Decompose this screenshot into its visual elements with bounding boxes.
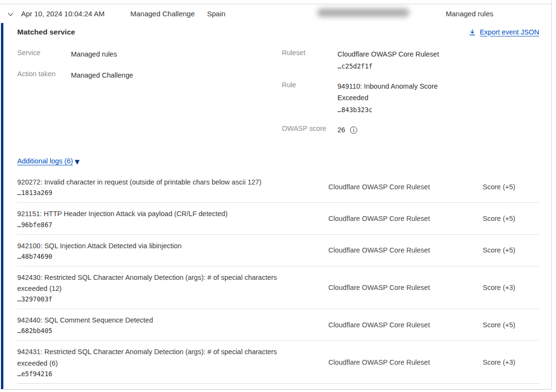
log-ruleset: Cloudflare OWASP Core Ruleset bbox=[328, 215, 451, 222]
ruleset-name: Cloudflare OWASP Core Ruleset bbox=[337, 49, 439, 60]
matched-service-title: Matched service bbox=[17, 28, 75, 36]
log-row: 921151: HTTP Header Injection Attack via… bbox=[17, 203, 539, 234]
owasp-score-label: OWASP score bbox=[282, 125, 337, 136]
log-rule-id: …48b74690 bbox=[17, 253, 313, 260]
service-value: Managed rules bbox=[71, 49, 117, 60]
event-action: Managed Challenge bbox=[130, 10, 195, 18]
event-country: Spain bbox=[207, 10, 225, 18]
export-event-json-label: Export event JSON bbox=[480, 28, 539, 36]
panel-bottom-border bbox=[4, 389, 551, 390]
log-row: 942431: Restricted SQL Character Anomaly… bbox=[17, 341, 539, 383]
log-score: Score (+3) bbox=[483, 284, 539, 291]
log-description: 942430: Restricted SQL Character Anomaly… bbox=[17, 272, 301, 294]
action-taken-label: Action taken bbox=[17, 70, 71, 81]
event-summary-row[interactable]: Apr 10, 2024 10:04:24 AM Managed Challen… bbox=[0, 4, 551, 23]
log-row: 942430: Restricted SQL Character Anomaly… bbox=[17, 266, 539, 309]
download-icon bbox=[469, 29, 476, 36]
log-rule-id: …e5f94216 bbox=[17, 370, 313, 378]
event-detail-panel: Matched service Export event JSON Servic… bbox=[0, 23, 551, 389]
action-taken-field: Action taken Managed Challenge bbox=[17, 70, 282, 81]
rule-name: 949110: Inbound Anomaly Score Exceeded bbox=[337, 81, 452, 104]
owasp-score-value: 26 bbox=[337, 125, 345, 136]
info-icon[interactable]: ⓘ bbox=[350, 127, 358, 134]
rule-label: Rule bbox=[282, 81, 337, 115]
rule-id: …843b323c bbox=[337, 104, 452, 115]
log-ruleset: Cloudflare OWASP Core Ruleset bbox=[328, 246, 451, 254]
additional-logs-toggle[interactable]: Additional logs (6) ▼ bbox=[17, 157, 80, 165]
log-score: Score (+3) bbox=[483, 358, 539, 366]
ruleset-field: Ruleset Cloudflare OWASP Core Ruleset …c… bbox=[282, 49, 539, 71]
log-description: 942440: SQL Comment Sequence Detected bbox=[17, 315, 301, 326]
log-description: 921151: HTTP Header Injection Attack via… bbox=[17, 208, 301, 219]
service-field: Service Managed rules bbox=[17, 49, 282, 60]
log-score: Score (+5) bbox=[483, 183, 539, 191]
chevron-down-icon[interactable] bbox=[7, 11, 14, 18]
event-service: Managed rules bbox=[446, 10, 493, 18]
event-timestamp: Apr 10, 2024 10:04:24 AM bbox=[21, 10, 104, 18]
log-row: 920272: Invalid character in request (ou… bbox=[17, 171, 539, 203]
log-rule-id: …682bb405 bbox=[17, 327, 313, 334]
triangle-down-icon: ▼ bbox=[75, 159, 80, 165]
log-row: 942440: SQL Comment Sequence Detected …6… bbox=[17, 309, 539, 341]
owasp-score-field: OWASP score 26 ⓘ bbox=[282, 125, 539, 136]
log-ruleset: Cloudflare OWASP Core Ruleset bbox=[328, 358, 451, 366]
log-score: Score (+5) bbox=[483, 321, 539, 329]
log-row: 942100: SQL Injection Attack Detected vi… bbox=[17, 235, 539, 266]
selected-row-accent-bar bbox=[1, 23, 3, 389]
export-event-json-link[interactable]: Export event JSON bbox=[469, 28, 539, 36]
log-description: 942100: SQL Injection Attack Detected vi… bbox=[17, 241, 301, 252]
log-description: 920272: Invalid character in request (ou… bbox=[17, 177, 301, 188]
additional-logs-table: 920272: Invalid character in request (ou… bbox=[17, 171, 539, 384]
log-description: 942431: Restricted SQL Character Anomaly… bbox=[17, 346, 301, 369]
log-ruleset: Cloudflare OWASP Core Ruleset bbox=[328, 183, 451, 191]
redacted-host-blur bbox=[317, 9, 409, 17]
log-ruleset: Cloudflare OWASP Core Ruleset bbox=[328, 284, 451, 291]
log-rule-id: …3297003f bbox=[17, 295, 313, 303]
additional-logs-label: Additional logs (6) bbox=[17, 157, 73, 165]
action-taken-value: Managed Challenge bbox=[71, 70, 133, 81]
log-rule-id: …96bfe867 bbox=[17, 221, 313, 229]
rule-field: Rule 949110: Inbound Anomaly Score Excee… bbox=[282, 81, 539, 115]
ruleset-label: Ruleset bbox=[282, 49, 337, 71]
service-label: Service bbox=[17, 49, 71, 60]
ruleset-id: …c25d2f1f bbox=[337, 61, 439, 71]
log-rule-id: …1813a269 bbox=[17, 189, 313, 196]
log-score: Score (+5) bbox=[483, 215, 539, 222]
log-ruleset: Cloudflare OWASP Core Ruleset bbox=[328, 321, 451, 329]
log-score: Score (+5) bbox=[483, 246, 539, 254]
panel-right-border bbox=[551, 0, 552, 389]
